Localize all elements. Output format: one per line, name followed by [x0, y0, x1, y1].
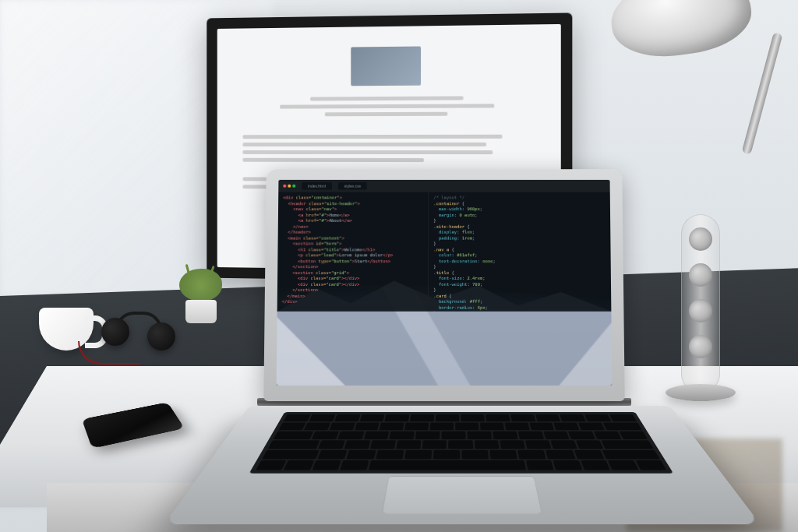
editor-titlebar[interactable]: index.html styles.css — [278, 180, 609, 192]
window-zoom-icon[interactable] — [292, 185, 295, 188]
window-close-icon[interactable] — [283, 185, 286, 188]
potted-plant — [179, 269, 222, 323]
laptop-keyboard[interactable] — [249, 412, 674, 474]
laptop-macbook: index.html styles.css <div class="contai… — [249, 167, 639, 532]
laptop-base — [164, 406, 761, 524]
editor-pane-html[interactable]: <div class="container"> <header class="s… — [277, 192, 429, 312]
headphones — [101, 318, 175, 353]
editor-tab-right[interactable]: styles.css — [338, 182, 367, 190]
editor-tab-left[interactable]: index.html — [302, 182, 332, 190]
laptop-screen[interactable]: index.html styles.css <div class="contai… — [277, 180, 613, 386]
editor-pane-css[interactable]: /* layout */ .container { max-width: 960… — [429, 192, 611, 312]
transparent-speaker — [673, 199, 728, 401]
window-minimize-icon[interactable] — [288, 185, 291, 188]
laptop-trackpad[interactable] — [381, 476, 542, 514]
desk-lamp — [588, 0, 790, 117]
